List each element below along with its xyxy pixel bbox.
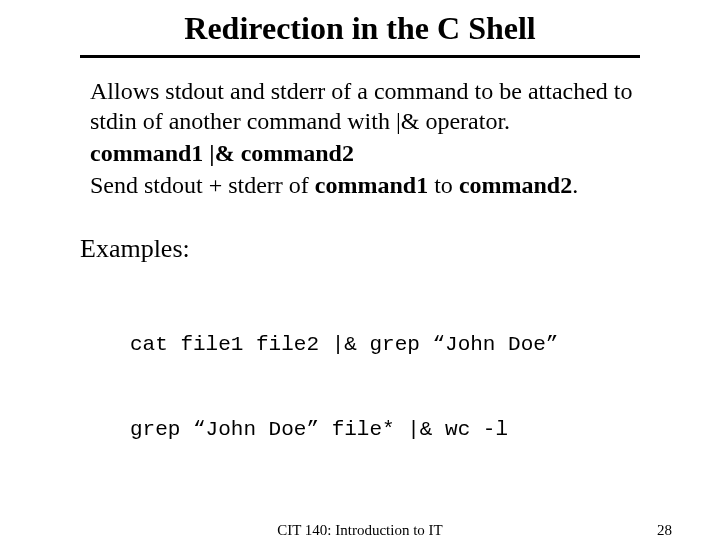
example-line: grep “John Doe” file* |& wc -l	[130, 416, 640, 444]
syntax-cmd2: command2	[241, 140, 354, 166]
footer-page: 28	[657, 522, 672, 539]
desc-mid: to	[428, 172, 459, 198]
desc-post: .	[572, 172, 578, 198]
paragraph-lead: Allows stdout and stderr of a command to…	[90, 76, 640, 136]
page-title: Redirection in the C Shell	[80, 10, 640, 47]
body-text: Allows stdout and stderr of a command to…	[90, 76, 640, 200]
description-line: Send stdout + stderr of command1 to comm…	[90, 170, 640, 200]
syntax-op: |&	[203, 140, 240, 166]
desc-cmd2: command2	[459, 172, 572, 198]
title-rule	[80, 55, 640, 58]
examples-label: Examples:	[80, 234, 640, 264]
syntax-line: command1 |& command2	[90, 138, 640, 168]
syntax-cmd1: command1	[90, 140, 203, 166]
examples-block: cat file1 file2 |& grep “John Doe” grep …	[130, 274, 640, 501]
footer-course: CIT 140: Introduction to IT	[0, 522, 720, 539]
slide: Redirection in the C Shell Allows stdout…	[0, 0, 720, 501]
desc-pre: Send stdout + stderr of	[90, 172, 315, 198]
desc-cmd1: command1	[315, 172, 428, 198]
example-line: cat file1 file2 |& grep “John Doe”	[130, 331, 640, 359]
